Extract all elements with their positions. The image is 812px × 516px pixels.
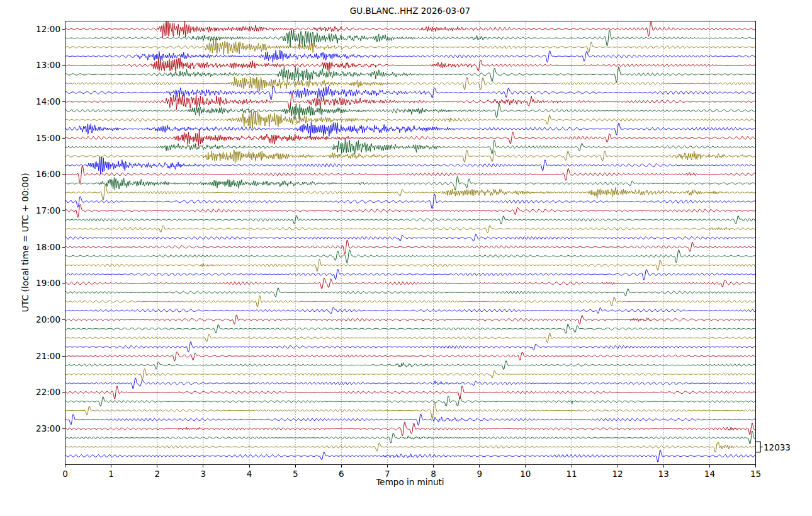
trace-row	[65, 103, 755, 119]
trace-row	[65, 403, 755, 419]
trace-row	[65, 112, 755, 129]
trace-row	[65, 249, 755, 263]
trace-row	[65, 352, 755, 361]
seismogram-canvas: 012345678910111213141512:0013:0014:0015:…	[0, 0, 812, 516]
y-tick-label: 16:00	[36, 169, 60, 179]
trace-row	[65, 38, 755, 54]
trace-row	[65, 157, 755, 174]
trace-row	[65, 386, 755, 399]
scale-bar-label: 12033	[764, 442, 791, 452]
trace-row	[65, 150, 755, 164]
trace-row	[65, 269, 755, 280]
trace-row	[65, 288, 755, 297]
trace-row	[65, 442, 755, 452]
trace-row	[65, 341, 755, 352]
trace-row	[65, 129, 755, 146]
y-tick-label: 15:00	[36, 133, 60, 143]
trace-row	[65, 234, 755, 241]
trace-row	[65, 259, 755, 272]
trace-row	[65, 185, 755, 200]
y-tick-label: 23:00	[36, 423, 60, 433]
trace-row	[65, 369, 755, 380]
trace-row	[65, 166, 755, 183]
y-tick-label: 18:00	[36, 242, 60, 252]
trace-row	[65, 139, 755, 154]
trace-row	[65, 93, 755, 110]
trace-row	[65, 122, 755, 137]
y-tick-label: 12:00	[36, 24, 60, 34]
trace-row	[65, 240, 755, 254]
trace-row	[65, 226, 755, 233]
trace-row	[65, 396, 755, 406]
y-tick-label: 13:00	[36, 60, 60, 70]
trace-row	[65, 378, 755, 389]
trace-row	[65, 194, 755, 209]
y-tick-label: 14:00	[36, 96, 60, 106]
scale-bar-bracket	[756, 442, 763, 452]
trace-row	[65, 450, 755, 462]
y-tick-label: 21:00	[36, 351, 60, 361]
y-tick-label: 22:00	[36, 387, 60, 397]
trace-row	[65, 295, 755, 307]
plot-title: GU.BLANC..HHZ 2026-03-07	[65, 6, 755, 16]
trace-row	[65, 361, 755, 370]
trace-row	[65, 176, 755, 190]
trace-row	[65, 204, 755, 217]
y-tick-label: 17:00	[36, 205, 60, 215]
trace-row	[65, 414, 755, 425]
y-tick-label: 20:00	[36, 314, 60, 324]
trace-row	[65, 77, 755, 92]
trace-row	[65, 86, 755, 100]
trace-row	[65, 315, 755, 324]
trace-row	[65, 422, 755, 435]
trace-row	[65, 66, 755, 83]
helicorder-figure: 012345678910111213141512:0013:0014:0015:…	[0, 0, 812, 516]
trace-row	[65, 215, 755, 224]
trace-row	[65, 431, 755, 444]
plot-border	[65, 21, 756, 465]
y-axis-label: UTC (local time = UTC + 00:00)	[20, 173, 30, 312]
trace-row	[65, 333, 755, 343]
x-axis-label: Tempo in minuti	[65, 477, 755, 487]
trace-row	[65, 324, 755, 333]
trace-row	[65, 307, 755, 314]
trace-row	[65, 278, 755, 289]
y-tick-label: 19:00	[36, 278, 60, 288]
trace-row	[65, 58, 755, 72]
trace-row	[65, 21, 755, 37]
trace-row	[65, 50, 755, 62]
